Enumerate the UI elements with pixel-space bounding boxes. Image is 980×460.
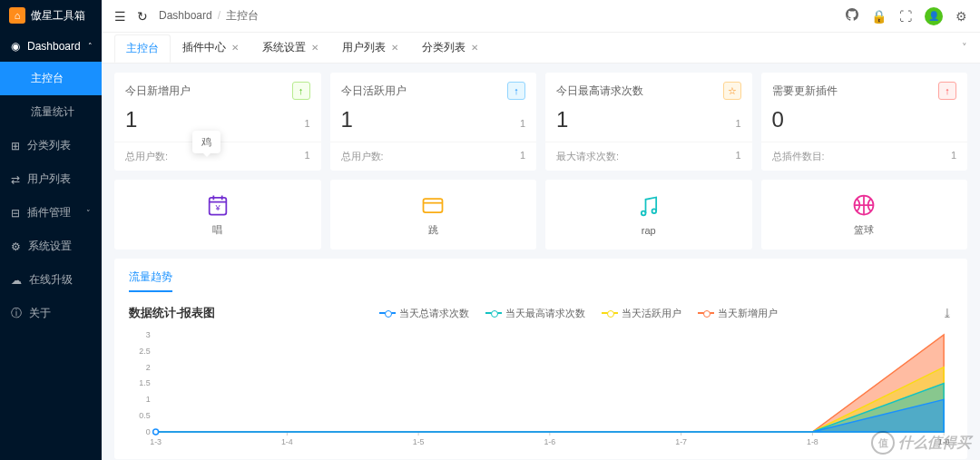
legend-marker-icon — [698, 309, 714, 317]
stat-row: 今日新增用户↑ 11 总用户数:1 今日活跃用户↑ 11 总用户数:1 今日最高… — [114, 73, 967, 171]
reload-icon[interactable]: ↻ — [137, 9, 148, 24]
stat-card-active-users: 今日活跃用户↑ 11 总用户数:1 — [330, 73, 537, 171]
svg-text:1-4: 1-4 — [281, 437, 293, 446]
download-icon[interactable]: ⤓ — [942, 306, 953, 320]
settings-icon[interactable]: ⚙ — [956, 9, 967, 24]
menu-upgrade[interactable]: ☁在线升级 — [0, 263, 102, 297]
content: 今日新增用户↑ 11 总用户数:1 今日活跃用户↑ 11 总用户数:1 今日最高… — [102, 64, 980, 460]
svg-text:1-5: 1-5 — [413, 437, 425, 446]
feature-row: ¥ 唱 跳 rap 篮球 — [114, 180, 967, 250]
chart-title: 数据统计-报表图 — [129, 305, 215, 321]
chevron-up-icon: ˄ — [88, 42, 93, 51]
menu-users[interactable]: ⇄用户列表 — [0, 162, 102, 196]
lock-icon[interactable]: 🔒 — [871, 9, 887, 24]
legend-item[interactable]: 当天最高请求次数 — [485, 307, 585, 320]
tab-category-list[interactable]: 分类列表✕ — [410, 34, 490, 62]
breadcrumb: Dashboard/主控台 — [159, 8, 259, 24]
trend-up-icon: ↑ — [507, 82, 525, 100]
tab-plugin-center[interactable]: 插件中心✕ — [171, 34, 250, 62]
users-icon: ⇄ — [11, 173, 20, 186]
chart-card: 流量趋势 数据统计-报表图 当天总请求次数 当天最高请求次数 当天活跃用户 当天… — [114, 259, 967, 459]
legend-item[interactable]: 当天总请求次数 — [379, 307, 469, 320]
trend-up-icon: ↑ — [292, 82, 310, 100]
tabs-more-icon[interactable]: ˅ — [962, 42, 967, 54]
header: ☰ ↻ Dashboard/主控台 🔒 ⛶ 👤 ⚙ — [102, 0, 980, 33]
logo-text: 傲星工具箱 — [31, 8, 85, 24]
cloud-icon: ☁ — [11, 274, 22, 287]
svg-rect-2 — [424, 199, 443, 212]
svg-text:3: 3 — [146, 330, 151, 339]
menu-collapse-icon[interactable]: ☰ — [114, 9, 126, 24]
stat-card-plugin-updates: 需要更新插件↑ 0 总插件数目:1 — [761, 73, 968, 171]
tab-system-settings[interactable]: 系统设置✕ — [250, 34, 330, 62]
feature-dance[interactable]: 跳 — [330, 180, 537, 250]
svg-text:0: 0 — [146, 427, 151, 436]
close-icon[interactable]: ✕ — [231, 43, 239, 53]
chart-plot: 00.511.522.531-31-41-51-61-71-81-9 — [129, 330, 953, 448]
main: ☰ ↻ Dashboard/主控台 🔒 ⛶ 👤 ⚙ 主控台 插件中心✕ 系统设置… — [102, 0, 980, 460]
stat-card-new-users: 今日新增用户↑ 11 总用户数:1 — [114, 73, 321, 171]
gear-icon: ⚙ — [11, 240, 21, 253]
tab-console[interactable]: 主控台 — [114, 34, 171, 63]
menu-settings[interactable]: ⚙系统设置 — [0, 230, 102, 263]
svg-text:1-7: 1-7 — [675, 437, 687, 446]
svg-point-3 — [642, 210, 646, 215]
svg-text:1.5: 1.5 — [139, 378, 150, 387]
gift-icon: ⊞ — [11, 140, 20, 152]
chevron-down-icon: ˅ — [86, 209, 91, 218]
svg-text:2: 2 — [146, 363, 151, 372]
svg-text:1-3: 1-3 — [150, 437, 162, 446]
svg-text:2.5: 2.5 — [139, 347, 150, 356]
menu-plugins[interactable]: ⊟插件管理 ˅ — [0, 196, 102, 230]
legend-item[interactable]: 当天活跃用户 — [602, 307, 681, 320]
trend-up-icon: ↑ — [938, 82, 956, 100]
logo[interactable]: ⌂ 傲星工具箱 — [0, 0, 102, 31]
legend-marker-icon — [602, 309, 618, 317]
legend-marker-icon — [379, 309, 396, 317]
bookmark-icon: ☆ — [723, 82, 741, 100]
feature-sing[interactable]: ¥ 唱 — [114, 180, 321, 250]
menu-categories[interactable]: ⊞分类列表 — [0, 129, 102, 162]
feature-rap[interactable]: rap — [545, 180, 752, 250]
submenu-console[interactable]: 主控台 — [0, 62, 102, 95]
close-icon[interactable]: ✕ — [391, 43, 398, 53]
user-avatar[interactable]: 👤 — [925, 7, 943, 25]
chart-legend: 当天总请求次数 当天最高请求次数 当天活跃用户 当天新增用户 — [379, 307, 778, 320]
plugin-icon: ⊟ — [11, 207, 20, 220]
close-icon[interactable]: ✕ — [311, 43, 318, 53]
svg-text:1-8: 1-8 — [807, 437, 818, 446]
svg-text:1: 1 — [146, 395, 151, 404]
close-icon[interactable]: ✕ — [471, 43, 478, 53]
legend-item[interactable]: 当天新增用户 — [698, 307, 778, 320]
sidebar: ⌂ 傲星工具箱 ◉ Dashboard ˄ 主控台 流量统计 ⊞分类列表 ⇄用户… — [0, 0, 102, 460]
feature-basketball[interactable]: 篮球 — [761, 180, 968, 250]
svg-text:0.5: 0.5 — [139, 411, 150, 420]
stat-card-max-requests: 今日最高请求次数☆ 11 最大请求次数:1 — [545, 73, 752, 171]
legend-marker-icon — [485, 309, 502, 317]
menu-about[interactable]: ⓘ关于 — [0, 297, 102, 330]
tab-user-list[interactable]: 用户列表✕ — [330, 34, 410, 62]
submenu-traffic[interactable]: 流量统计 — [0, 95, 102, 129]
logo-icon: ⌂ — [9, 7, 25, 24]
svg-text:¥: ¥ — [214, 203, 220, 212]
svg-text:1-9: 1-9 — [938, 437, 950, 446]
github-icon[interactable] — [846, 8, 858, 24]
fullscreen-icon[interactable]: ⛶ — [899, 9, 912, 24]
tooltip: 鸡 — [192, 131, 220, 153]
tabs-bar: 主控台 插件中心✕ 系统设置✕ 用户列表✕ 分类列表✕ ˅ — [102, 33, 980, 64]
menu-dashboard[interactable]: ◉ Dashboard ˄ — [0, 31, 102, 62]
chart-tab-traffic[interactable]: 流量趋势 — [129, 269, 172, 292]
svg-point-4 — [652, 209, 656, 213]
dashboard-icon: ◉ — [11, 40, 20, 53]
svg-point-28 — [153, 429, 159, 435]
info-icon: ⓘ — [11, 306, 22, 321]
svg-text:1-6: 1-6 — [544, 437, 555, 446]
